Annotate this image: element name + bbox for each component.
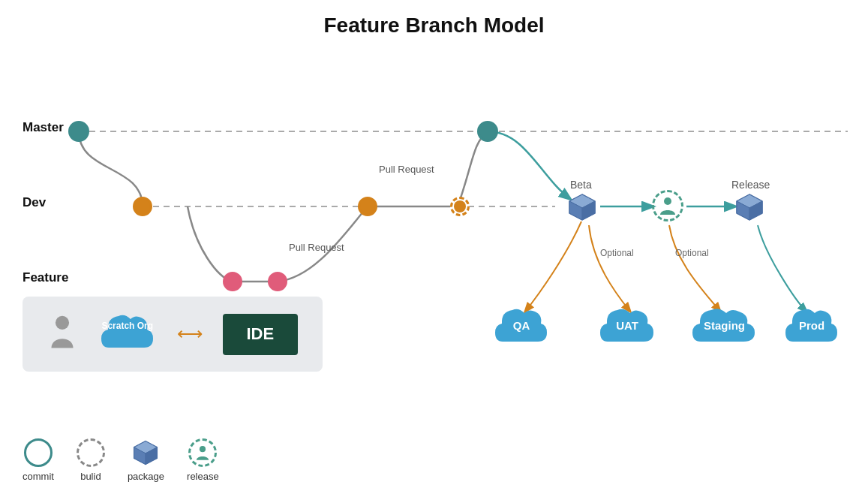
master-commit-2 xyxy=(477,121,498,142)
legend-commit: commit xyxy=(23,438,54,482)
diagram-area: Master Dev Feature Pull Request Pull Req… xyxy=(0,45,868,413)
feature-label: Feature xyxy=(23,270,68,285)
ide-box: IDE xyxy=(223,314,298,355)
release-icon xyxy=(188,438,217,467)
release-figure xyxy=(652,190,683,221)
dev-label: Dev xyxy=(23,195,46,210)
double-arrow-icon: ⟷ xyxy=(177,324,203,345)
master-commit-1 xyxy=(68,121,89,142)
feature-commit-1 xyxy=(223,272,242,291)
pull-request-1-label: Pull Request xyxy=(379,164,434,175)
beta-cube xyxy=(566,191,598,223)
dev-commit-1 xyxy=(133,197,152,216)
svg-point-20 xyxy=(200,446,206,452)
svg-point-10 xyxy=(664,197,671,205)
release-cube xyxy=(734,191,765,223)
package-icon xyxy=(131,438,160,467)
optional-1-label: Optional xyxy=(600,248,634,258)
dev-workflow-box: Scratch Org ⟷ IDE xyxy=(23,297,323,372)
dev-person-icon xyxy=(47,314,77,354)
build-icon xyxy=(77,438,105,467)
dev-commit-2 xyxy=(358,197,377,216)
feature-commit-2 xyxy=(268,272,287,291)
pull-request-2-label: Pull Request xyxy=(289,242,344,253)
staging-cloud: Staging xyxy=(689,304,760,353)
legend-area: commit bulid package release xyxy=(23,438,219,482)
uat-cloud: UAT xyxy=(596,304,658,353)
prod-cloud: Prod xyxy=(782,304,842,353)
legend-package: package xyxy=(128,438,164,482)
beta-label: Beta xyxy=(570,179,592,191)
optional-2-label: Optional xyxy=(675,248,709,258)
legend-build: bulid xyxy=(77,438,105,482)
legend-release: release xyxy=(187,438,219,482)
commit-icon xyxy=(24,438,53,467)
page-title: Feature Branch Model xyxy=(0,0,868,45)
master-label: Master xyxy=(23,120,64,135)
scratch-org-cloud: Scratch Org xyxy=(98,310,158,359)
svg-point-15 xyxy=(56,316,69,330)
qa-cloud: QA xyxy=(491,304,551,353)
release-label-top: Release xyxy=(731,179,770,191)
